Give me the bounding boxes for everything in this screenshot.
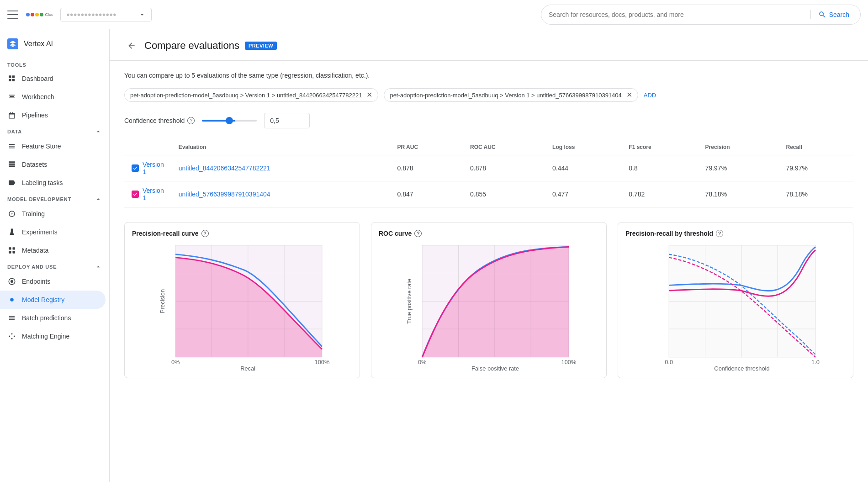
sidebar-item-dashboard[interactable]: Dashboard (0, 69, 106, 88)
svg-point-0 (26, 13, 30, 16)
back-button[interactable] (124, 38, 139, 53)
row2-version-link[interactable]: Version 1 (143, 187, 164, 201)
search-label: Search (829, 11, 849, 18)
sidebar-item-matching-engine[interactable]: Matching Engine (0, 327, 106, 345)
row1-checkbox[interactable] (132, 164, 139, 172)
pr-threshold-title: Precision-recall by threshold ? (625, 230, 846, 237)
row2-eval-link[interactable]: untitled_5766399987910391404 (179, 191, 270, 198)
col-f1-score: F1 score (621, 139, 698, 155)
sidebar-item-feature-store[interactable]: Feature Store (0, 137, 106, 155)
threshold-slider[interactable] (202, 120, 257, 122)
dashboard-icon (7, 74, 16, 83)
svg-point-18 (11, 280, 13, 283)
content-header: Compare evaluations PREVIEW (110, 29, 868, 61)
row1-f1-score: 0.8 (621, 155, 698, 181)
table-row: Version 1 untitled_5766399987910391404 0… (124, 181, 853, 207)
pr-threshold-help-icon[interactable]: ? (716, 230, 723, 237)
add-evaluation-link[interactable]: ADD (644, 92, 656, 99)
svg-point-1 (31, 13, 34, 16)
deploy-collapse-icon[interactable] (95, 263, 102, 270)
sidebar-item-endpoints[interactable]: Endpoints (0, 272, 106, 291)
svg-rect-8 (12, 79, 15, 81)
project-name: ●●●●●●●●●●●●●● (66, 11, 135, 18)
search-button[interactable]: Search (815, 9, 853, 21)
svg-text:0%: 0% (171, 359, 180, 365)
svg-point-3 (40, 13, 43, 16)
row2-log-loss: 0.477 (545, 181, 621, 207)
google-cloud-logo[interactable]: Cloud (26, 9, 53, 20)
sidebar: Vertex AI TOOLS Dashboard Workbench Pipe… (0, 29, 110, 482)
eval-tag-2-close[interactable]: ✕ (626, 91, 632, 99)
sidebar-section-model-dev: MODEL DEVELOPMENT (0, 192, 109, 205)
sidebar-item-labeling-tasks[interactable]: Labeling tasks (0, 174, 106, 192)
pr-curve-chart: Precision-recall curve ? (124, 222, 360, 378)
labeling-tasks-icon (7, 178, 16, 187)
threshold-input[interactable] (264, 113, 310, 128)
hamburger-menu-icon[interactable] (7, 9, 18, 20)
sidebar-item-pipelines[interactable]: Pipelines (0, 106, 106, 124)
page-description: You can compare up to 5 evaluations of t… (124, 72, 853, 79)
eval-tags-container: pet-adoption-prediction-model_5asdbuuq >… (124, 88, 853, 102)
row2-recall: 78.18% (779, 181, 854, 207)
sidebar-item-metadata[interactable]: Metadata (0, 241, 106, 260)
matching-engine-label: Matching Engine (22, 333, 69, 340)
topbar-left: Cloud ●●●●●●●●●●●●●● (7, 8, 152, 21)
sidebar-item-model-registry[interactable]: Model Registry (0, 291, 106, 309)
endpoints-icon (7, 277, 16, 286)
sidebar-item-datasets[interactable]: Datasets (0, 155, 106, 174)
topbar: Cloud ●●●●●●●●●●●●●● Search (0, 0, 868, 29)
pr-curve-svg: 0% 100% Precision Recall (132, 243, 352, 371)
metadata-icon (7, 246, 16, 255)
charts-section: Precision-recall curve ? (124, 222, 853, 378)
sidebar-item-training[interactable]: Training (0, 205, 106, 223)
model-dev-collapse-icon[interactable] (95, 196, 102, 203)
roc-curve-svg: 0% 100% True positive rate False positiv… (379, 243, 599, 371)
row1-eval-link[interactable]: untitled_8442066342547782221 (179, 164, 270, 172)
sidebar-item-batch-predictions[interactable]: Batch predictions (0, 309, 106, 327)
workbench-icon (7, 92, 16, 101)
model-registry-icon (7, 295, 16, 304)
pr-curve-help-icon[interactable]: ? (201, 230, 209, 237)
row2-precision: 78.18% (698, 181, 779, 207)
row1-log-loss: 0.444 (545, 155, 621, 181)
svg-rect-15 (13, 247, 15, 249)
sidebar-section-deploy: DEPLOY AND USE (0, 260, 109, 272)
row2-version-cell: Version 1 (124, 181, 171, 207)
row2-eval: untitled_5766399987910391404 (171, 181, 390, 207)
row2-checkbox[interactable] (132, 191, 139, 198)
search-input[interactable] (549, 11, 807, 18)
sidebar-item-experiments[interactable]: Experiments (0, 223, 106, 241)
eval-tag-1-close[interactable]: ✕ (366, 91, 372, 99)
svg-text:True positive rate: True positive rate (406, 279, 413, 324)
row1-version-link[interactable]: Version 1 (143, 161, 164, 175)
table-row: Version 1 untitled_8442066342547782221 0… (124, 155, 853, 181)
confidence-threshold-row: Confidence threshold ? (124, 113, 853, 128)
project-selector[interactable]: ●●●●●●●●●●●●●● (60, 8, 152, 21)
svg-point-19 (10, 298, 14, 302)
col-recall: Recall (779, 139, 854, 155)
pipelines-icon (7, 111, 16, 120)
svg-rect-14 (9, 251, 11, 254)
training-icon (7, 209, 16, 218)
svg-point-2 (35, 13, 39, 16)
row2-roc-auc: 0.855 (463, 181, 545, 207)
roc-curve-chart: ROC curve ? (371, 222, 607, 378)
svg-rect-10 (9, 164, 15, 165)
row1-recall: 79.97% (779, 155, 854, 181)
svg-text:Precision: Precision (159, 289, 166, 313)
row1-pr-auc: 0.878 (390, 155, 463, 181)
sidebar-item-workbench[interactable]: Workbench (0, 88, 106, 106)
data-collapse-icon[interactable] (95, 128, 102, 135)
col-precision: Precision (698, 139, 779, 155)
training-label: Training (22, 210, 45, 217)
row2-pr-auc: 0.847 (390, 181, 463, 207)
pr-threshold-svg: 0.0 1.0 Confidence threshold (625, 243, 846, 371)
endpoints-label: Endpoints (22, 278, 50, 285)
search-bar[interactable]: Search (541, 5, 861, 25)
svg-text:0%: 0% (418, 359, 427, 365)
svg-text:False positive rate: False positive rate (471, 365, 519, 371)
svg-text:1.0: 1.0 (811, 359, 820, 365)
threshold-help-icon[interactable]: ? (187, 117, 195, 124)
roc-curve-help-icon[interactable]: ? (414, 230, 422, 237)
eval-tag-2: pet-adoption-prediction-model_5asdbuuq >… (384, 88, 638, 102)
